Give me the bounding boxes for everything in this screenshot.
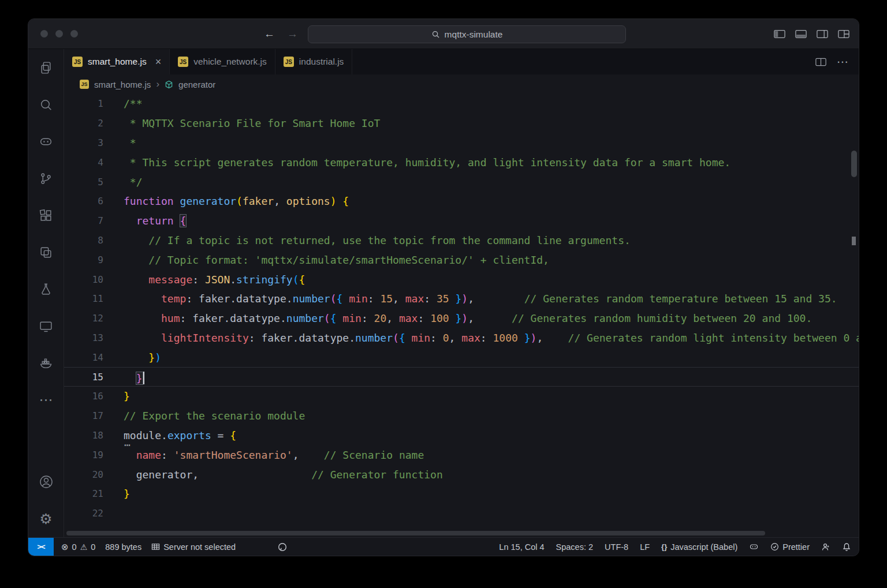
- layout-controls: [774, 19, 849, 48]
- command-center-text: mqttx-simulate: [445, 29, 503, 40]
- code-text: name: 'smartHomeScenario', // Scenario n…: [103, 449, 424, 461]
- code-line-2[interactable]: 2 * MQTTX Scenario File for Smart Home I…: [64, 114, 859, 133]
- person-icon: [821, 542, 830, 552]
- testing-button[interactable]: [32, 271, 60, 308]
- code-line-11[interactable]: 11 temp: faker.datatype.number({ min: 15…: [64, 289, 859, 309]
- code-line-1[interactable]: 1/**: [64, 94, 859, 114]
- beaker-icon: [39, 282, 53, 297]
- code-line-9[interactable]: 9 // Topic format: 'mqttx/simulate/smart…: [64, 250, 859, 269]
- tab-vehicle-network[interactable]: JS vehicle_network.js: [170, 49, 275, 74]
- vscode-window: ← → mqttx-simulate: [28, 18, 859, 556]
- copilot-status[interactable]: [749, 542, 759, 552]
- code-line-7[interactable]: 7 return {: [64, 211, 859, 231]
- code-line-12[interactable]: 12 hum: faker.datatype.number({ min: 20,…: [64, 309, 859, 328]
- command-center[interactable]: mqttx-simulate: [308, 25, 626, 43]
- code-line-22[interactable]: 22: [64, 504, 859, 523]
- code-text: * MQTTX Scenario File for Smart Home IoT: [103, 117, 380, 129]
- toggle-sidebar-button[interactable]: [774, 29, 785, 39]
- explorer-button[interactable]: [32, 49, 60, 86]
- indentation-status[interactable]: Spaces: 2: [556, 542, 594, 552]
- tab-industrial[interactable]: JS industrial.js: [275, 49, 353, 74]
- code-text: lightIntensity: faker.datatype.number({ …: [103, 332, 859, 344]
- code-line-14[interactable]: 14 }): [64, 347, 859, 367]
- customize-layout-button[interactable]: [838, 29, 849, 39]
- code-text: }: [103, 390, 130, 402]
- status-right: Ln 15, Col 4 Spaces: 2 UTF-8 LF {} Javas…: [499, 538, 859, 556]
- breadcrumb-symbol[interactable]: generator: [178, 80, 215, 89]
- code-text: message: JSON.stringify({: [103, 274, 305, 286]
- code-line-17[interactable]: 17// Export the scenario module: [64, 406, 859, 426]
- editor[interactable]: 1/**2 * MQTTX Scenario File for Smart Ho…: [64, 94, 859, 537]
- github-status[interactable]: [278, 542, 287, 552]
- notifications-button[interactable]: [842, 542, 851, 552]
- code-text: /**: [103, 98, 143, 110]
- minimize-window-button[interactable]: [55, 30, 63, 38]
- code-line-6[interactable]: 6function generator(faker, options) {: [64, 192, 859, 211]
- tab-label: smart_home.js: [88, 57, 147, 67]
- breadcrumb: JS smart_home.js › generator: [64, 74, 859, 94]
- source-control-button[interactable]: [32, 160, 60, 197]
- eol-status[interactable]: LF: [640, 542, 650, 552]
- horizontal-scrollbar[interactable]: [66, 531, 765, 535]
- feedback-button[interactable]: [821, 542, 830, 552]
- code-line-16[interactable]: 16}: [64, 387, 859, 406]
- settings-button[interactable]: ⚙: [32, 500, 60, 537]
- problems-status[interactable]: ⊗ 0 ⚠ 0: [61, 542, 95, 552]
- split-editor-button[interactable]: [815, 57, 826, 67]
- vertical-scrollbar[interactable]: [851, 151, 857, 177]
- code-line-21[interactable]: 21}: [64, 484, 859, 504]
- forward-button[interactable]: →: [287, 28, 298, 40]
- cursor-position-status[interactable]: Ln 15, Col 4: [499, 542, 544, 552]
- code-line-8[interactable]: 8 // If a topic is not returned, use the…: [64, 231, 859, 250]
- source-control-icon: [39, 171, 53, 186]
- live-preview-button[interactable]: [32, 308, 60, 344]
- line-number: 8: [64, 235, 103, 246]
- zoom-window-button[interactable]: [70, 30, 78, 38]
- docker-button[interactable]: [32, 344, 60, 381]
- files-icon: [39, 61, 53, 75]
- encoding-status[interactable]: UTF-8: [605, 542, 628, 552]
- close-tab-icon[interactable]: ×: [155, 56, 162, 68]
- breadcrumb-file[interactable]: smart_home.js: [94, 80, 151, 89]
- warning-count: 0: [91, 542, 95, 552]
- more-activity-button[interactable]: ⋯: [32, 381, 60, 418]
- js-file-icon: JS: [80, 80, 89, 89]
- accounts-button[interactable]: [32, 463, 60, 500]
- file-size-status[interactable]: 889 bytes: [105, 542, 141, 552]
- code-line-20[interactable]: 20 generator, // Generator function: [64, 465, 859, 484]
- copilot-button[interactable]: [32, 123, 60, 160]
- code-line-10[interactable]: 10 message: JSON.stringify({: [64, 269, 859, 289]
- chevron-right-icon: ›: [156, 78, 159, 90]
- code-line-5[interactable]: 5 */: [64, 172, 859, 192]
- toggle-panel-button[interactable]: [795, 29, 807, 39]
- remote-explorer-button[interactable]: [32, 234, 60, 271]
- code-line-19[interactable]: 19 name: 'smartHomeScenario', // Scenari…: [64, 445, 859, 465]
- code-line-13[interactable]: 13 lightIntensity: faker.datatype.number…: [64, 328, 859, 348]
- code-text: hum: faker.datatype.number({ min: 20, ma…: [103, 312, 812, 324]
- remote-indicator[interactable]: ><: [28, 538, 54, 556]
- window-controls: [28, 30, 78, 38]
- line-number: 3: [64, 137, 103, 148]
- code-line-18[interactable]: 18module.exports = {: [64, 426, 859, 445]
- code-line-15[interactable]: 15 }: [64, 367, 859, 387]
- code-text: module.exports = {: [103, 429, 236, 441]
- formatter-status[interactable]: Prettier: [770, 542, 810, 552]
- close-window-button[interactable]: [40, 30, 48, 38]
- inline-hint-dots: …: [124, 436, 132, 448]
- bell-icon: [842, 542, 851, 552]
- code-text: * This script generates random temperatu…: [103, 156, 731, 168]
- language-status[interactable]: {} Javascript (Babel): [661, 542, 737, 552]
- server-status[interactable]: Server not selected: [151, 542, 236, 552]
- toggle-secondary-sidebar-button[interactable]: [817, 29, 828, 39]
- code-line-4[interactable]: 4 * This script generates random tempera…: [64, 152, 859, 172]
- back-button[interactable]: ←: [264, 28, 275, 40]
- code-line-3[interactable]: 3 *: [64, 133, 859, 153]
- code-text: }: [103, 369, 144, 384]
- encoding-label: UTF-8: [605, 542, 628, 552]
- tab-smart-home[interactable]: JS smart_home.js ×: [64, 49, 170, 74]
- extensions-button[interactable]: [32, 197, 60, 234]
- search-button[interactable]: [32, 86, 60, 123]
- more-actions-button[interactable]: ⋯: [837, 55, 848, 69]
- status-left: ⊗ 0 ⚠ 0 889 bytes Server not selected: [54, 538, 287, 556]
- monitor-icon: [39, 319, 53, 334]
